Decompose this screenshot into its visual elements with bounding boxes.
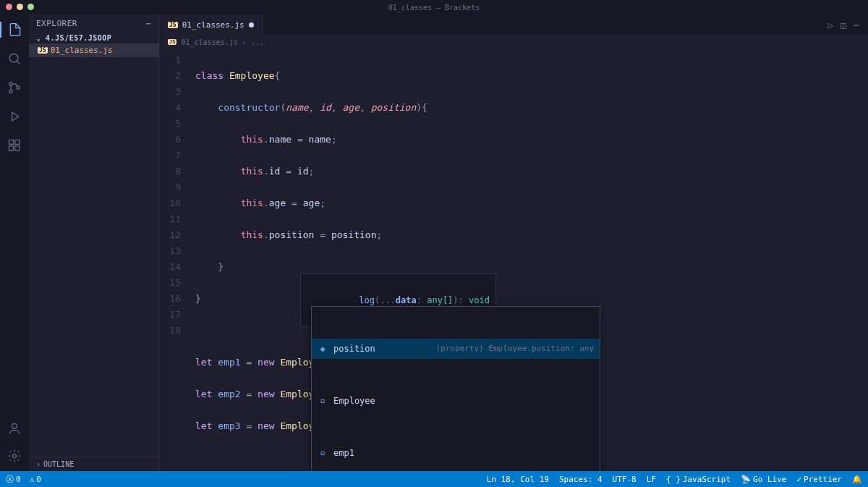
tab-active[interactable]: JS 01_classes.js <box>159 14 263 35</box>
suggest-item-position[interactable]: ◈ position (property) Employee.position:… <box>312 339 600 359</box>
line-num: 18 <box>159 323 181 339</box>
maximize-window-icon[interactable] <box>27 4 34 10</box>
svg-rect-9 <box>15 146 20 151</box>
line-num: 11 <box>159 211 181 227</box>
close-window-icon[interactable] <box>6 4 12 10</box>
status-language[interactable]: { } JavaScript <box>666 475 731 484</box>
line-number-gutter: 1 2 3 4 5 6 7 8 9 10 11 12 13 14 15 16 1… <box>159 49 188 471</box>
suggest-label: position <box>333 341 375 357</box>
line-num: 5 <box>159 116 181 132</box>
folder-header[interactable]: ⌄ 4.JS/ES7.JSOOP <box>29 33 158 43</box>
status-encoding[interactable]: UTF-8 <box>613 475 637 484</box>
status-errors[interactable]: ⓧ 0 <box>6 474 21 485</box>
svg-line-1 <box>17 61 20 64</box>
svg-marker-5 <box>12 112 19 121</box>
tab-label: 01_classes.js <box>182 20 244 30</box>
window-title: 01_classes — Brackets <box>388 4 480 12</box>
suggest-label: emp1 <box>333 445 354 461</box>
suggest-item[interactable]: ▫ Employee <box>312 391 600 411</box>
split-editor-icon[interactable]: ◫ <box>841 20 846 30</box>
settings-icon[interactable] <box>7 448 22 464</box>
search-icon[interactable] <box>7 51 22 67</box>
folder-name: 4.JS/ES7.JSOOP <box>46 34 111 42</box>
source-control-icon[interactable] <box>7 80 22 96</box>
svg-point-0 <box>9 54 18 62</box>
status-spaces[interactable]: Spaces: 4 <box>559 475 603 484</box>
line-num: 13 <box>159 243 181 259</box>
status-warnings[interactable]: ⚠ 0 <box>30 474 41 485</box>
explorer-icon[interactable] <box>0 22 29 38</box>
line-num: 6 <box>159 132 181 148</box>
svg-point-2 <box>9 82 12 85</box>
suggest-detail: (property) Employee.position: any <box>435 341 594 357</box>
suggest-label: Employee <box>333 393 375 409</box>
breadcrumb-sep: › <box>242 38 247 46</box>
suggest-item[interactable]: ▫ emp1 <box>312 443 600 463</box>
chevron-down-icon: ⌄ <box>36 34 46 42</box>
line-num: 17 <box>159 307 181 323</box>
line-num: 15 <box>159 275 181 291</box>
line-num: 14 <box>159 259 181 275</box>
file-item[interactable]: JS 01_classes.js M <box>29 43 158 57</box>
line-num: 4 <box>159 100 181 116</box>
line-num: 2 <box>159 68 181 84</box>
extensions-icon[interactable] <box>7 137 22 153</box>
more-actions-icon[interactable]: ⋯ <box>854 20 859 30</box>
svg-point-10 <box>12 423 17 428</box>
minimize-window-icon[interactable] <box>17 4 23 10</box>
line-num: 8 <box>159 164 181 179</box>
svg-point-4 <box>17 86 20 89</box>
titlebar: 01_classes — Brackets <box>0 0 868 14</box>
js-icon-small: JS <box>168 39 176 45</box>
line-num: 16 <box>159 291 181 307</box>
js-icon: JS <box>168 22 178 28</box>
line-num: 9 <box>159 179 181 195</box>
svg-rect-8 <box>9 146 14 151</box>
outline-section[interactable]: › OUTLINE <box>29 457 158 471</box>
editor-area: JS 01_classes.js ▷ ◫ ⋯ JS 01_classes.js … <box>159 14 868 471</box>
status-cursor[interactable]: Ln 18, Col 19 <box>487 475 549 484</box>
file-name: 01_classes.js <box>51 46 113 55</box>
sidebar-header: EXPLORER ⋯ <box>29 14 158 33</box>
svg-point-3 <box>9 90 12 93</box>
line-num: 1 <box>159 52 181 68</box>
line-num: 12 <box>159 227 181 243</box>
breadcrumb-file: 01_classes.js <box>181 38 237 46</box>
status-bar: ⓧ 0 ⚠ 0 Ln 18, Col 19 Spaces: 4 UTF-8 LF… <box>0 471 868 487</box>
code-editor[interactable]: class Employee{ constructor(name, id, ag… <box>188 49 868 471</box>
tab-modified-icon <box>249 22 254 27</box>
activity-bar <box>0 14 29 471</box>
tab-bar: JS 01_classes.js ▷ ◫ ⋯ <box>159 14 868 35</box>
window-controls[interactable] <box>6 4 34 10</box>
status-eol[interactable]: LF <box>647 475 656 484</box>
outline-label: OUTLINE <box>43 460 74 468</box>
status-prettier[interactable]: ✓ Prettier <box>796 475 842 484</box>
autocomplete-popup[interactable]: ◈ position (property) Employee.position:… <box>311 306 600 471</box>
svg-rect-7 <box>15 140 20 145</box>
line-num: 10 <box>159 195 181 211</box>
keyword-icon: ▫ <box>318 445 328 461</box>
chevron-right-icon: › <box>36 460 41 468</box>
svg-rect-6 <box>9 140 14 145</box>
svg-point-11 <box>13 454 17 458</box>
line-num: 3 <box>159 84 181 100</box>
js-file-icon: JS <box>38 47 48 54</box>
accounts-icon[interactable] <box>7 420 22 436</box>
status-bell-icon[interactable]: 🔔 <box>852 475 862 484</box>
breadcrumb-more: ... <box>251 38 264 46</box>
breadcrumb[interactable]: JS 01_classes.js › ... <box>159 35 868 49</box>
more-icon[interactable]: ⋯ <box>146 19 151 28</box>
sidebar-title: EXPLORER <box>36 19 77 28</box>
debug-icon[interactable] <box>7 109 22 124</box>
property-icon: ◈ <box>318 341 328 357</box>
status-golive[interactable]: 📡 Go Live <box>741 475 786 484</box>
keyword-icon: ▫ <box>318 393 328 409</box>
sidebar: EXPLORER ⋯ ⌄ 4.JS/ES7.JSOOP JS 01_classe… <box>29 14 159 471</box>
run-icon[interactable]: ▷ <box>828 20 834 30</box>
line-num: 7 <box>159 148 181 164</box>
